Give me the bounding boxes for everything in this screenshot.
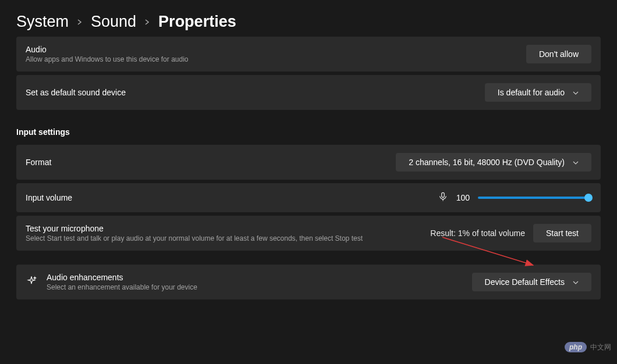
test-mic-title: Test your microphone <box>26 224 363 233</box>
enhancements-subtitle: Select an enhancement available for your… <box>47 283 197 291</box>
test-result-text: Result: 1% of total volume <box>430 229 525 238</box>
input-volume-row: Input volume 100 <box>16 183 601 212</box>
chevron-right-icon <box>77 17 83 27</box>
volume-slider[interactable] <box>478 197 591 199</box>
breadcrumb-sound[interactable]: Sound <box>91 13 136 31</box>
breadcrumb: System Sound Properties <box>0 0 617 37</box>
sparkle-icon <box>26 275 37 289</box>
chevron-down-icon <box>573 159 579 166</box>
main-content: Audio Allow apps and Windows to use this… <box>0 37 617 299</box>
default-device-dropdown[interactable]: Is default for audio <box>485 83 591 102</box>
audio-permission-row: Audio Allow apps and Windows to use this… <box>16 37 601 72</box>
audio-subtitle: Allow apps and Windows to use this devic… <box>26 55 189 63</box>
enhancements-dropdown[interactable]: Device Default Effects <box>472 273 591 291</box>
audio-enhancements-row: Audio enhancements Select an enhancement… <box>16 265 601 299</box>
svg-rect-0 <box>441 192 444 197</box>
breadcrumb-system[interactable]: System <box>16 13 69 31</box>
format-title: Format <box>26 158 51 167</box>
watermark: php 中文网 <box>565 342 611 352</box>
default-device-row: Set as default sound device Is default f… <box>16 75 601 110</box>
audio-title: Audio <box>26 45 189 54</box>
chevron-down-icon <box>573 279 579 286</box>
dont-allow-button[interactable]: Don't allow <box>526 45 591 63</box>
start-test-button[interactable]: Start test <box>533 224 591 242</box>
chevron-right-icon <box>144 17 150 27</box>
chevron-down-icon <box>573 90 579 96</box>
format-dropdown[interactable]: 2 channels, 16 bit, 48000 Hz (DVD Qualit… <box>396 153 591 172</box>
watermark-text: 中文网 <box>590 342 611 352</box>
input-settings-heading: Input settings <box>16 127 601 137</box>
breadcrumb-properties: Properties <box>158 13 236 31</box>
format-row: Format 2 channels, 16 bit, 48000 Hz (DVD… <box>16 145 601 180</box>
volume-value: 100 <box>456 193 470 202</box>
input-volume-title: Input volume <box>26 193 72 202</box>
enhancements-value: Device Default Effects <box>485 277 565 287</box>
format-value: 2 channels, 16 bit, 48000 Hz (DVD Qualit… <box>409 158 565 167</box>
default-device-title: Set as default sound device <box>26 88 126 97</box>
enhancements-title: Audio enhancements <box>47 273 197 282</box>
php-badge: php <box>565 342 587 352</box>
test-microphone-row: Test your microphone Select Start test a… <box>16 216 601 251</box>
microphone-icon[interactable] <box>438 191 448 204</box>
default-device-value: Is default for audio <box>498 88 565 97</box>
test-mic-subtitle: Select Start test and talk or play audio… <box>26 234 363 242</box>
slider-thumb[interactable] <box>584 194 593 202</box>
